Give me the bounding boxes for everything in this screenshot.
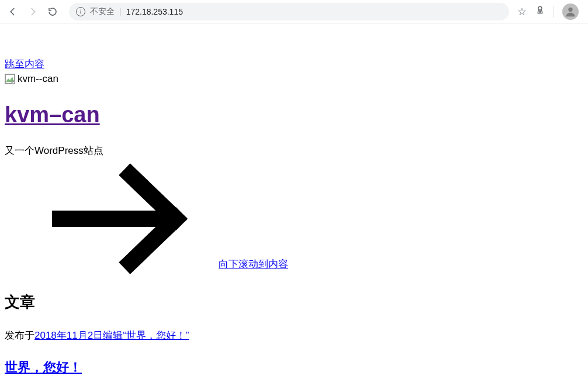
post-meta-prefix: 发布于: [5, 330, 34, 341]
svg-point-2: [568, 7, 572, 11]
back-button[interactable]: [5, 4, 21, 20]
vertical-separator: [554, 6, 554, 18]
post-date-link[interactable]: 2018年11月2日: [34, 330, 103, 341]
broken-image-icon: [5, 74, 15, 84]
post-edit-link[interactable]: 编辑“世界，您好！”: [103, 330, 189, 341]
broken-image-alt: kvm--can: [18, 73, 58, 85]
site-title-link[interactable]: kvm–can: [5, 102, 100, 127]
bookmark-icon[interactable]: ☆: [517, 5, 527, 18]
toolbar-right: ☆: [517, 4, 583, 20]
reload-button[interactable]: [44, 4, 61, 20]
svg-point-1: [539, 11, 541, 12]
svg-point-0: [538, 6, 542, 10]
scroll-down-row: 向下滚动到内容: [5, 163, 583, 274]
post-title-link[interactable]: 世界，您好！: [5, 360, 82, 374]
url-text: 172.18.253.115: [126, 7, 183, 16]
separator: |: [119, 7, 122, 16]
post-meta: 发布于2018年11月2日编辑“世界，您好！”: [5, 329, 583, 342]
posts-heading: 文章: [5, 292, 583, 312]
extension-icon[interactable]: [535, 5, 545, 18]
site-title: kvm–can: [5, 102, 583, 128]
svg-marker-4: [6, 77, 14, 82]
forward-button[interactable]: [25, 4, 41, 20]
arrow-right-icon: [5, 163, 215, 274]
address-bar[interactable]: i 不安全 | 172.18.253.115: [69, 3, 509, 20]
post-title: 世界，您好！: [5, 359, 583, 376]
site-tagline: 又一个WordPress站点: [5, 144, 583, 157]
scroll-down-link[interactable]: 向下滚动到内容: [219, 257, 288, 271]
info-icon: i: [76, 7, 85, 16]
profile-avatar[interactable]: [562, 4, 579, 20]
broken-image: kvm--can: [5, 73, 583, 85]
skip-to-content-link[interactable]: 跳至内容: [5, 57, 44, 71]
page-content: 跳至内容 kvm--can kvm–can 又一个WordPress站点: [0, 23, 588, 381]
insecure-label: 不安全: [90, 6, 115, 17]
browser-toolbar: i 不安全 | 172.18.253.115 ☆: [0, 0, 588, 23]
